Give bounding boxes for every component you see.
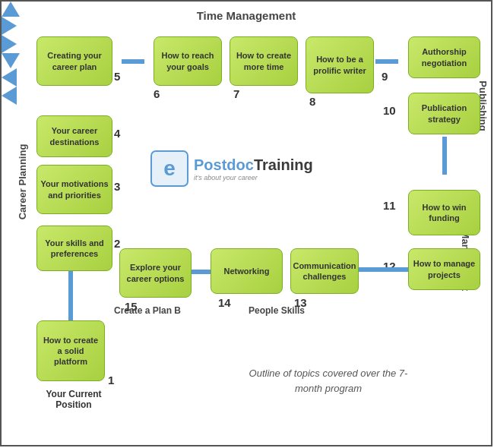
num-8: 8 [309,95,315,108]
career-planning-label: Career Planning [17,144,28,220]
num-10: 10 [383,104,396,117]
arrow-12-13 [2,68,17,87]
main-container: Time Management Career Planning Publishi… [0,0,492,446]
num-11: 11 [383,199,396,212]
box-4: Your career destinations [36,115,112,157]
box-15: Explore your career options [119,248,192,298]
num-7: 7 [233,87,239,100]
time-management-label: Time Management [197,9,296,22]
arrow-8-9 [2,35,17,53]
num-9: 9 [382,70,388,83]
current-position-label: Your Current Position [32,389,116,410]
box-10: Publication strategy [408,93,480,134]
num-2: 2 [114,237,120,250]
arrow-5-6 [2,17,17,35]
num-3: 3 [114,180,120,193]
logo-postdoc: Postdoc [194,156,254,173]
box-14: Networking [211,248,283,294]
arrow-shaft-5-6 [122,59,144,64]
box-8: How to be a prolific writer [306,36,374,93]
box-9: Authorship negotiation [408,36,480,78]
box-3: Your motivations and priorities [36,165,112,214]
logo-area: e PostdocTraining it's about your career [150,150,317,188]
outline-note: Outline of topics covered over the 7-mon… [245,366,412,396]
logo-text: PostdocTraining it's about your career [194,156,313,181]
box-13: Communication challenges [290,248,359,294]
arrow-14-15 [2,87,17,105]
arrow-shaft-10-11 [442,137,447,175]
people-skills-label: People Skills [249,305,305,316]
arrow-10-11 [2,53,20,68]
logo-tagline: it's about your career [194,174,313,181]
box-1: How to create a solid platform [36,320,105,381]
box-11: How to win funding [408,190,480,235]
box-2: Your skills and preferences [36,226,112,271]
num-4: 4 [114,127,120,140]
num-14: 14 [218,296,231,309]
create-plan-b-label: Create a Plan B [114,305,181,316]
logo-training: Training [254,156,313,173]
num-6: 6 [154,87,160,100]
box-12: How to manage projects [408,248,480,290]
num-1: 1 [108,374,114,386]
arrow-1-2 [2,2,20,17]
svg-text:e: e [163,156,176,180]
box-5: Creating your career plan [36,36,112,86]
arrow-shaft-8-9 [375,59,398,64]
num-5: 5 [114,70,120,83]
logo-icon: e [150,150,189,188]
box-7: How to create more time [230,36,298,86]
box-6: How to reach your goals [154,36,222,86]
arrow-shaft-12-13 [351,267,408,272]
